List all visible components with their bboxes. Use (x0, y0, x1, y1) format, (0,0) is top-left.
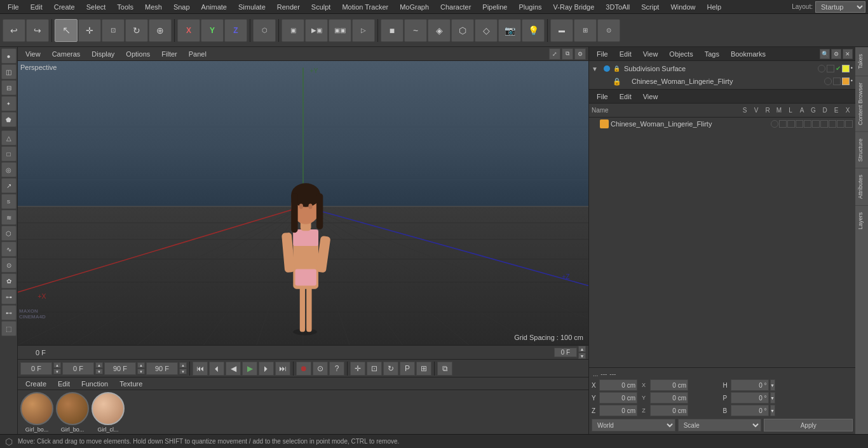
lt-mode-6[interactable]: □ (1, 146, 17, 161)
viewport[interactable]: +Y +X +Z Perspective Grid Spacing : 100 … (18, 61, 588, 345)
play-back-button[interactable]: ◀ (226, 362, 241, 376)
material-item-1[interactable]: Girl_bo... (56, 392, 89, 433)
go-to-end-button[interactable]: ⏭ (275, 362, 290, 376)
tab-attributes[interactable]: Attributes (855, 168, 868, 205)
lt-mode-15[interactable]: ⊶ (1, 289, 17, 304)
mat-menu-texture[interactable]: Texture (114, 379, 147, 389)
object-mode-button[interactable]: ⬡ (253, 19, 276, 42)
go-to-start-button[interactable]: ⏮ (193, 362, 208, 376)
end-frame2-up[interactable]: ▲ (179, 362, 187, 368)
menu-animate[interactable]: Animate (196, 2, 232, 12)
camera-button[interactable]: 📷 (498, 19, 521, 42)
menu-edit[interactable]: Edit (25, 2, 48, 12)
lt-mode-8[interactable]: ↗ (1, 178, 17, 193)
frame-down-button[interactable]: ▼ (578, 353, 586, 359)
rotate-tool-button[interactable]: ↻ (125, 19, 148, 42)
menu-sculpt[interactable]: Sculpt (306, 2, 336, 12)
coord-x2-input[interactable] (650, 379, 688, 391)
menu-file[interactable]: File (3, 2, 24, 12)
redo-button[interactable]: ↪ (26, 19, 49, 42)
scale-dropdown[interactable]: Scale Size (678, 419, 762, 431)
current-frame-input[interactable] (62, 362, 94, 375)
mat-menu-create[interactable]: Create (20, 379, 51, 389)
camera-view-button[interactable]: ⊙ (597, 19, 620, 42)
interactive-render-button[interactable]: ▷ (352, 19, 375, 42)
lt-mode-14[interactable]: ✿ (1, 273, 17, 288)
om-menu-edit[interactable]: Edit (614, 49, 637, 59)
layout-dropdown[interactable]: Startup Standard Animation (815, 1, 865, 13)
ac-e[interactable] (837, 120, 844, 128)
vp-menu-cameras[interactable]: Cameras (47, 49, 86, 59)
menu-window[interactable]: Window (665, 2, 700, 12)
attr-menu-edit[interactable]: Edit (614, 92, 637, 102)
end-frame2-down[interactable]: ▼ (179, 369, 187, 374)
om-lock-dot-1[interactable] (833, 78, 841, 85)
vp-menu-display[interactable]: Display (86, 49, 119, 59)
x-axis-button[interactable]: X (177, 19, 200, 42)
lt-mode-0[interactable]: ● (1, 48, 17, 64)
vp-menu-filter[interactable]: Filter (156, 49, 182, 59)
om-color-dot-0[interactable] (842, 65, 850, 72)
mat-menu-edit[interactable]: Edit (53, 379, 75, 389)
om-gear-button[interactable]: ⚙ (831, 49, 841, 59)
om-row-subdivision[interactable]: ▼ 🔒 Subdivision Surface ✔ (589, 62, 855, 75)
grid-pb-button[interactable]: ⊞ (416, 362, 431, 376)
lt-mode-5[interactable]: △ (1, 130, 17, 146)
menu-pipeline[interactable]: Pipeline (477, 2, 512, 12)
om-dot-1[interactable]: • (851, 78, 853, 85)
select-pb-button[interactable]: ⊡ (367, 362, 382, 376)
om-row-woman[interactable]: 🔒 Chinese_Woman_Lingerie_Flirty • (589, 75, 855, 88)
tab-takes[interactable]: Takes (855, 47, 868, 76)
menu-tools[interactable]: Tools (112, 2, 139, 12)
render-all-button[interactable]: ▣▣ (329, 19, 351, 42)
deformer-button[interactable]: ⬡ (451, 19, 474, 42)
om-menu-bookmarks[interactable]: Bookmarks (726, 49, 771, 59)
om-menu-tags[interactable]: Tags (700, 49, 724, 59)
apply-button[interactable]: Apply (764, 419, 853, 431)
undo-button[interactable]: ↩ (3, 19, 25, 42)
render-view-button[interactable]: ▶▣ (305, 19, 328, 42)
end-frame-down[interactable]: ▼ (137, 369, 145, 374)
nurbs-button[interactable]: ◈ (428, 19, 451, 42)
record-button[interactable]: ⏺ (296, 362, 311, 376)
z-axis-button[interactable]: Z (224, 19, 247, 42)
menu-script[interactable]: Script (636, 2, 664, 12)
step-back-button[interactable]: ⏴ (209, 362, 224, 376)
grid-button[interactable]: ⊞ (574, 19, 597, 42)
render-region-button[interactable]: ▣ (281, 19, 304, 42)
coord-z-input[interactable] (599, 405, 637, 416)
vp-layout-icon[interactable]: ⧉ (562, 48, 573, 60)
material-item-2[interactable]: Girl_cl... (92, 392, 125, 433)
coord-h-arrow[interactable]: ▼ (770, 379, 775, 391)
current-frame-down[interactable]: ▼ (95, 369, 103, 374)
coord-p-input[interactable] (731, 392, 769, 404)
coord-h-input[interactable] (731, 379, 769, 391)
coord-y-input[interactable] (599, 392, 637, 404)
ac-m[interactable] (796, 120, 803, 128)
coord-z2-input[interactable] (650, 405, 688, 416)
end-frame-input[interactable] (104, 362, 136, 375)
coord-x-input[interactable] (599, 379, 637, 391)
auto-key-button[interactable]: ⊙ (313, 362, 328, 376)
scale-tool-button[interactable]: ⊡ (102, 19, 125, 42)
select-tool-button[interactable]: ↖ (55, 19, 78, 42)
current-frame-up[interactable]: ▲ (95, 362, 103, 368)
menu-character[interactable]: Character (435, 2, 476, 12)
om-menu-objects[interactable]: Objects (664, 49, 698, 59)
om-vis-dot-0[interactable] (818, 65, 825, 72)
ac-r[interactable] (787, 120, 795, 128)
frame-up-button[interactable]: ▲ (578, 346, 586, 352)
mat-menu-function[interactable]: Function (76, 379, 113, 389)
attr-menu-file[interactable]: File (592, 92, 613, 102)
ac-l[interactable] (804, 120, 811, 128)
ac-x[interactable] (845, 120, 853, 128)
menu-render[interactable]: Render (272, 2, 305, 12)
ac-d[interactable] (829, 120, 836, 128)
vp-menu-panel[interactable]: Panel (184, 49, 212, 59)
tab-layers[interactable]: Layers (855, 205, 868, 236)
floor-button[interactable]: ▬ (550, 19, 573, 42)
lt-mode-3[interactable]: ✦ (1, 96, 17, 111)
step-forward-button[interactable]: ⏵ (259, 362, 274, 376)
om-close-button[interactable]: ✕ (843, 49, 853, 59)
menu-motion-tracker[interactable]: Motion Tracker (337, 2, 393, 12)
